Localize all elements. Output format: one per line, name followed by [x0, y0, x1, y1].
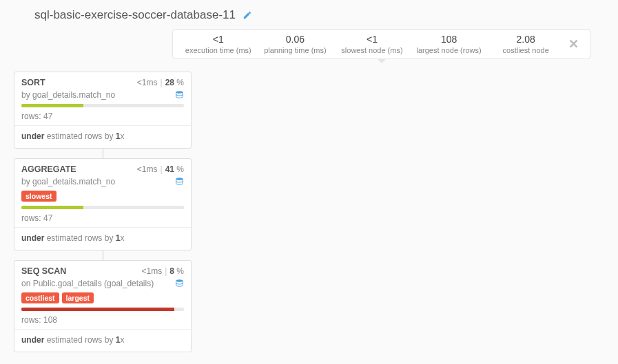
svg-point-1 [176, 178, 183, 180]
node-connector [103, 250, 103, 260]
stat-costliest-node: 2.08 costliest node [487, 34, 564, 54]
plan-node-seqscan[interactable]: SEQ SCAN <1ms|8 % on Public.goal_details… [14, 260, 192, 352]
plan-node-aggregate[interactable]: AGGREGATE <1ms|41 % by goal_details.matc… [14, 158, 192, 250]
node-tags: costliest largest [14, 292, 191, 308]
node-metrics: <1ms|8 % [141, 266, 184, 276]
database-icon [175, 90, 184, 100]
estimate-line: under estimated rows by 1x [14, 330, 191, 352]
rows-line: rows: 47 [14, 209, 191, 228]
node-title: AGGREGATE [21, 164, 76, 174]
edit-icon[interactable] [243, 10, 252, 20]
stats-bar: <1 execution time (ms) 0.06 planning tim… [172, 29, 590, 59]
stat-slowest-node: <1 slowest node (ms) [333, 34, 411, 54]
node-connector [103, 149, 103, 158]
node-title: SORT [21, 78, 45, 87]
stat-largest-node: 108 largest node (rows) [411, 34, 488, 54]
tag-slowest: slowest [21, 191, 56, 202]
page-title: sql-basic-exercise-soccer-database-11 [34, 8, 236, 22]
node-metrics: <1ms|41 % [137, 164, 184, 174]
estimate-line: under estimated rows by 1x [14, 228, 191, 250]
tag-costliest: costliest [21, 292, 59, 303]
svg-point-2 [176, 279, 183, 282]
node-metrics: <1ms|28 % [137, 78, 184, 87]
database-icon [175, 177, 184, 186]
stat-planning-time: 0.06 planning time (ms) [257, 34, 334, 54]
estimate-line: under estimated rows by 1x [14, 126, 191, 148]
rows-line: rows: 108 [14, 311, 191, 330]
node-tags: slowest [14, 191, 191, 206]
node-title: SEQ SCAN [21, 266, 66, 276]
tag-largest: largest [62, 292, 94, 303]
close-icon[interactable]: ✕ [564, 36, 583, 52]
database-icon [175, 279, 184, 288]
stat-execution-time: <1 execution time (ms) [180, 34, 257, 54]
node-detail: on Public.goal_details (goal_details) [21, 279, 154, 288]
plan-node-sort[interactable]: SORT <1ms|28 % by goal_details.match_no … [14, 72, 192, 149]
node-detail: by goal_details.match_no [21, 177, 115, 186]
rows-line: rows: 47 [14, 107, 191, 126]
svg-point-0 [176, 91, 183, 94]
node-detail: by goal_details.match_no [21, 90, 115, 100]
